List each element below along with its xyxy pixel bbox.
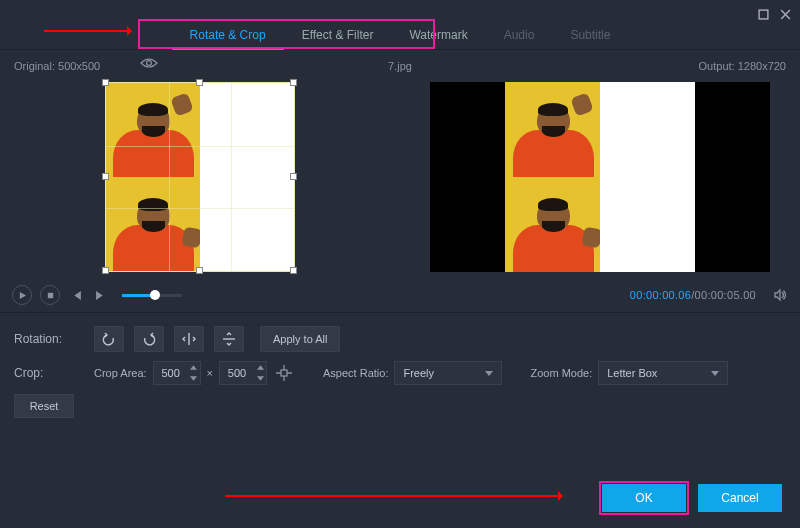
tab-rotate-crop[interactable]: Rotate & Crop — [172, 20, 284, 50]
play-button[interactable] — [12, 285, 32, 305]
rotation-label: Rotation: — [14, 332, 84, 346]
svg-rect-3 — [281, 370, 287, 376]
crop-height-up[interactable] — [254, 362, 266, 373]
rotate-ccw-button[interactable] — [94, 326, 124, 352]
chevron-down-icon — [473, 367, 493, 379]
output-dimensions-label: Output: 1280x720 — [699, 60, 786, 72]
crop-height-input[interactable]: 500 — [219, 361, 267, 385]
filename-label: 7.jpg — [388, 60, 412, 72]
tab-subtitle[interactable]: Subtitle — [552, 20, 628, 50]
flip-vertical-button[interactable] — [214, 326, 244, 352]
crop-width-input[interactable]: 500 — [153, 361, 201, 385]
zoom-mode-select[interactable]: Letter Box — [598, 361, 728, 385]
stop-button[interactable] — [40, 285, 60, 305]
svg-rect-0 — [759, 10, 768, 19]
apply-to-all-button[interactable]: Apply to All — [260, 326, 340, 352]
aspect-ratio-select[interactable]: Freely — [394, 361, 502, 385]
annotation-arrow-ok — [225, 495, 565, 501]
crop-width-up[interactable] — [188, 362, 200, 373]
svg-rect-2 — [47, 292, 52, 297]
volume-icon[interactable] — [772, 287, 788, 303]
aspect-ratio-label: Aspect Ratio: — [323, 367, 388, 379]
tab-watermark[interactable]: Watermark — [391, 20, 485, 50]
tab-bar: Rotate & Crop Effect & Filter Watermark … — [0, 20, 800, 50]
svg-point-1 — [147, 61, 152, 66]
zoom-mode-label: Zoom Mode: — [530, 367, 592, 379]
crop-height-down[interactable] — [254, 373, 266, 384]
rotate-cw-button[interactable] — [134, 326, 164, 352]
timecode: 00:00:00.06/00:00:05.00 — [630, 289, 756, 301]
crop-area-label: Crop Area: — [94, 367, 147, 379]
cancel-button[interactable]: Cancel — [698, 484, 782, 512]
reset-button[interactable]: Reset — [14, 394, 74, 418]
source-preview[interactable] — [0, 82, 400, 272]
preview-eye-icon[interactable] — [140, 57, 158, 71]
tab-effect-filter[interactable]: Effect & Filter — [284, 20, 392, 50]
prev-frame-button[interactable] — [68, 287, 84, 303]
crop-width-down[interactable] — [188, 373, 200, 384]
seek-slider[interactable] — [122, 294, 182, 297]
output-preview — [400, 82, 800, 272]
center-crop-button[interactable] — [273, 362, 295, 384]
ok-button[interactable]: OK — [602, 484, 686, 512]
crop-label: Crop: — [14, 366, 84, 380]
chevron-down-icon — [699, 367, 719, 379]
tab-audio[interactable]: Audio — [486, 20, 553, 50]
crop-times-label: × — [207, 367, 213, 379]
flip-horizontal-button[interactable] — [174, 326, 204, 352]
next-frame-button[interactable] — [92, 287, 108, 303]
original-dimensions-label: Original: 500x500 — [14, 60, 100, 72]
